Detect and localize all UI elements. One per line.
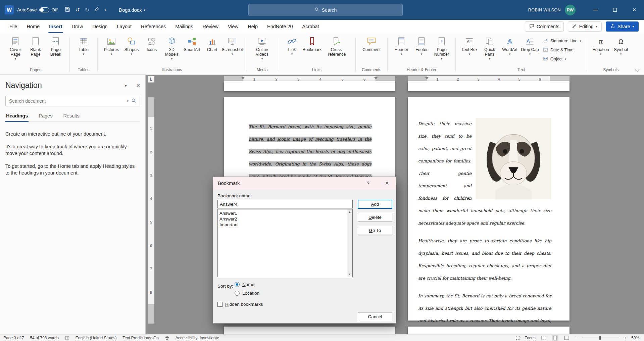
delete-button[interactable]: Delete [358, 213, 392, 222]
online-videos-button[interactable]: Online Videos ▾ [250, 35, 274, 60]
tab-review[interactable]: Review [198, 20, 223, 33]
indent-marker[interactable] [425, 77, 429, 80]
zoom-slider[interactable] [582, 336, 619, 340]
screenshot-button[interactable]: Screenshot ▾ [222, 35, 242, 56]
zoom-thumb[interactable] [599, 336, 601, 340]
tab-acrobat[interactable]: Acrobat [298, 20, 324, 33]
avatar[interactable]: RW [565, 5, 576, 15]
tab-home[interactable]: Home [22, 20, 44, 33]
date-time-button[interactable]: Date & Time [543, 47, 581, 53]
indent-marker[interactable] [374, 77, 378, 80]
comments-button[interactable]: Comments [525, 21, 564, 32]
header-button[interactable]: Header ▾ [392, 35, 411, 56]
web-layout-button[interactable] [563, 335, 570, 340]
document-page-right[interactable]: Despite their massive size, they tend to… [408, 97, 569, 321]
chart-button[interactable]: Chart [202, 35, 222, 52]
document-title[interactable]: Dogs.docx ▾ [119, 7, 145, 13]
add-button[interactable]: Add [358, 200, 392, 209]
scroll-up-arrow-icon[interactable]: ▲ [348, 210, 351, 213]
text-predictions[interactable]: Text Predictions: On [123, 336, 159, 340]
maximize-button[interactable] [605, 0, 625, 20]
editing-mode-button[interactable]: Editing ▾ [568, 21, 602, 32]
equation-button[interactable]: π Equation ▾ [591, 35, 610, 56]
cancel-button[interactable]: Cancel [358, 312, 392, 321]
print-layout-button[interactable] [552, 335, 558, 341]
sort-name-radio[interactable]: Name [235, 282, 254, 287]
proofing-icon[interactable] [65, 336, 69, 340]
undo-button[interactable]: ↺ [75, 7, 80, 13]
zoom-out-button[interactable]: − [575, 335, 578, 341]
cover-page-button[interactable]: Cover Page ▾ [6, 35, 25, 60]
tab-help[interactable]: Help [243, 20, 262, 33]
autosave-switch[interactable] [39, 7, 49, 12]
word-logo[interactable]: W [5, 5, 14, 14]
bookmark-list-item[interactable]: Answer1 [219, 210, 346, 216]
navigation-options-chevron-icon[interactable]: ▾ [125, 83, 127, 88]
save-button[interactable] [65, 7, 70, 13]
document-search-box[interactable]: ▾ [5, 96, 140, 106]
tab-insert[interactable]: Insert [44, 20, 67, 33]
tab-layout[interactable]: Layout [112, 20, 137, 33]
dialog-help-button[interactable]: ? [361, 177, 375, 189]
tab-references[interactable]: References [136, 20, 170, 33]
navigation-tab-headings[interactable]: Headings [5, 113, 29, 121]
page-indicator[interactable]: Page 3 of 7 [3, 336, 24, 340]
next-page-top-left[interactable] [224, 327, 395, 334]
document-search-input[interactable] [9, 98, 124, 104]
table-button[interactable]: Table ▾ [74, 35, 93, 56]
indent-marker[interactable] [241, 77, 245, 80]
tab-mailings[interactable]: Mailings [170, 20, 198, 33]
search-box[interactable]: Search [248, 4, 403, 16]
focus-button[interactable]: Focus [525, 336, 536, 340]
zoom-level[interactable]: 50% [631, 336, 639, 340]
page-break-button[interactable]: Page Break [46, 35, 65, 57]
minimize-button[interactable] [586, 0, 605, 20]
bookmark-dialog-titlebar[interactable]: Bookmark ? × [213, 177, 396, 189]
navigation-close-button[interactable]: × [136, 82, 140, 89]
goto-button[interactable]: Go To [358, 226, 392, 235]
smartart-button[interactable]: SmartArt [182, 35, 202, 52]
blank-page-button[interactable]: Blank Page [26, 35, 45, 57]
redo-button[interactable]: ↻ [85, 7, 89, 13]
scroll-down-arrow-icon[interactable]: ▼ [348, 273, 351, 276]
cross-reference-button[interactable]: Cross-reference [323, 35, 351, 57]
shapes-button[interactable]: Shapes ▾ [122, 35, 141, 56]
tab-design[interactable]: Design [88, 20, 112, 33]
previous-page-bottom-right[interactable] [408, 81, 569, 91]
bookmark-list-item[interactable]: Important [219, 222, 346, 228]
tab-endnote-20[interactable]: EndNote 20 [262, 20, 298, 33]
document-paragraph[interactable]: Health-wise, they are prone to certain c… [418, 235, 551, 284]
link-button[interactable]: Link ▾ [282, 35, 302, 56]
tab-file[interactable]: File [5, 20, 22, 33]
hidden-bookmarks-checkbox[interactable]: Hidden bookmarks [217, 302, 263, 307]
dialog-close-button[interactable]: × [379, 177, 395, 189]
search-options-chevron-icon[interactable]: ▾ [127, 99, 129, 103]
read-mode-button[interactable] [540, 335, 547, 340]
search-icon[interactable] [131, 98, 136, 104]
icons-button[interactable]: Icons [142, 35, 161, 52]
footer-button[interactable]: Footer ▾ [412, 35, 431, 56]
st-bernard-image[interactable] [476, 118, 551, 199]
quick-access-chevron-icon[interactable]: ▾ [104, 8, 106, 12]
wordart-button[interactable]: A WordArt ▾ [500, 35, 519, 56]
collapse-ribbon-chevron-icon[interactable] [635, 67, 639, 72]
focus-icon[interactable] [515, 336, 520, 340]
symbol-button[interactable]: Ω Symbol ▾ [611, 35, 631, 56]
bookmark-button[interactable]: Bookmark [302, 35, 322, 52]
navigation-tab-pages[interactable]: Pages [38, 113, 53, 121]
pen-button[interactable] [94, 7, 99, 13]
language-indicator[interactable]: English (United States) [76, 336, 117, 340]
accessibility-icon[interactable] [165, 336, 169, 340]
accessibility-status[interactable]: Accessibility: Investigate [176, 336, 219, 340]
bookmark-list[interactable]: Answer1Answer2Important ▲ ▼ [217, 209, 353, 277]
user-name[interactable]: ROBIN WILSON [528, 8, 561, 12]
bookmark-list-scrollbar[interactable]: ▲ ▼ [347, 209, 352, 277]
signature-line-button[interactable]: Signature Line ▾ [543, 38, 581, 44]
tab-view[interactable]: View [223, 20, 243, 33]
navigation-tab-results[interactable]: Results [62, 113, 80, 121]
vertical-ruler[interactable]: 12345678 [148, 97, 154, 324]
sort-location-radio[interactable]: Location [235, 291, 259, 296]
close-button[interactable]: × [625, 0, 644, 20]
3d-models-button[interactable]: 3D Models ▾ [162, 35, 182, 60]
tab-draw[interactable]: Draw [67, 20, 88, 33]
